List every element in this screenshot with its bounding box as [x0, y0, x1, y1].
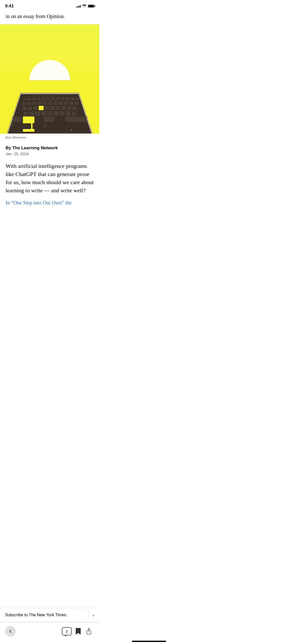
svg-rect-19: [75, 97, 79, 100]
svg-rect-13: [46, 97, 50, 100]
svg-rect-9: [28, 98, 31, 101]
keyboard-area: tab caps lock shift control A Q Z: [0, 80, 99, 134]
article-deck: With artificial intelligence programs li…: [6, 162, 94, 195]
svg-rect-59: [33, 123, 38, 129]
svg-rect-12: [42, 97, 46, 100]
svg-rect-11: [37, 97, 41, 100]
svg-rect-49: [72, 111, 77, 116]
svg-rect-52: [43, 116, 55, 122]
svg-rect-46: [53, 111, 59, 116]
svg-rect-22: [32, 101, 36, 105]
svg-rect-6: [49, 95, 52, 97]
article-author: By The Learning Network: [6, 145, 94, 151]
svg-rect-26: [53, 101, 58, 105]
article-date: Jan. 25, 2024: [6, 152, 94, 156]
svg-rect-7: [52, 95, 55, 97]
svg-rect-18: [71, 97, 75, 100]
svg-rect-38: [61, 106, 66, 110]
battery-icon: [88, 5, 94, 8]
svg-rect-44: [41, 111, 46, 116]
signal-icon: [76, 5, 81, 8]
svg-rect-34: [39, 106, 44, 110]
article-text-partial: In “One Step into Our Own” the: [6, 199, 94, 207]
status-time: 9:41: [5, 4, 14, 9]
svg-rect-60: [39, 123, 45, 129]
sun-graphic: [29, 60, 70, 80]
svg-rect-42: [29, 111, 34, 116]
svg-rect-58: [13, 123, 31, 129]
svg-rect-31: [22, 107, 27, 111]
svg-rect-29: [69, 101, 74, 105]
svg-rect-35: [44, 106, 49, 110]
svg-rect-10: [32, 97, 36, 100]
svg-rect-33: [33, 106, 38, 110]
svg-rect-16: [61, 97, 65, 100]
svg-rect-14: [51, 97, 55, 100]
keyboard-illustration: tab caps lock shift control A Q Z: [0, 80, 99, 134]
svg-rect-50: [13, 117, 22, 122]
image-caption: Ben Wiseman: [0, 134, 99, 140]
svg-rect-43: [35, 111, 40, 116]
svg-rect-23: [37, 101, 42, 105]
sky-area: [0, 24, 99, 80]
svg-rect-15: [56, 97, 60, 100]
svg-rect-41: [23, 112, 28, 116]
svg-rect-21: [27, 102, 31, 105]
svg-rect-17: [66, 97, 70, 100]
svg-rect-39: [67, 106, 72, 110]
svg-rect-2: [38, 95, 40, 97]
article-meta: By The Learning Network Jan. 25, 2024: [0, 140, 99, 157]
status-icons: [76, 4, 94, 8]
svg-rect-53: [65, 116, 87, 122]
svg-rect-30: [74, 101, 79, 105]
wifi-icon: [82, 4, 86, 8]
svg-rect-20: [22, 102, 26, 106]
article-body: With artificial intelligence programs li…: [0, 157, 99, 211]
svg-rect-25: [48, 101, 52, 105]
svg-rect-45: [47, 111, 52, 116]
svg-rect-61: [46, 123, 84, 129]
svg-rect-28: [64, 101, 68, 105]
svg-rect-47: [59, 111, 65, 116]
svg-rect-32: [28, 106, 32, 110]
status-bar: 9:41: [0, 0, 99, 11]
svg-rect-8: [23, 98, 27, 101]
intro-text: in on an essay from Opinion.: [0, 11, 99, 24]
svg-rect-24: [42, 101, 47, 105]
svg-rect-27: [58, 101, 63, 105]
svg-rect-48: [65, 111, 71, 116]
svg-rect-4: [44, 95, 46, 97]
svg-rect-40: [72, 106, 77, 110]
hero-image: tab caps lock shift control A Q Z: [0, 24, 99, 134]
